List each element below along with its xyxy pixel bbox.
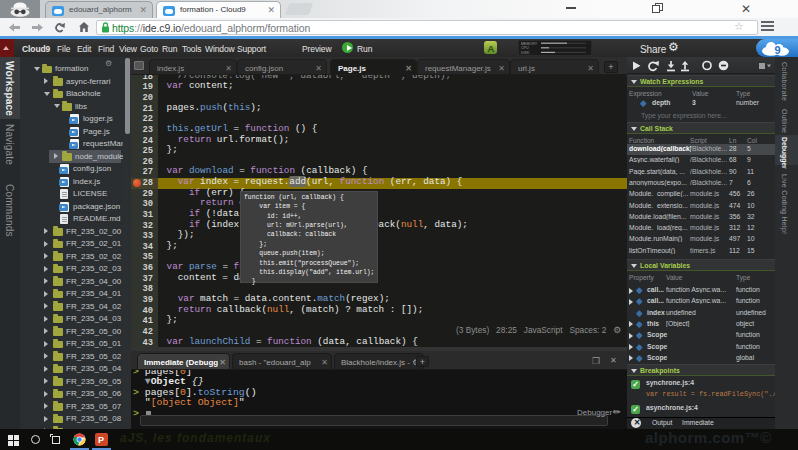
- svg-text:CPU: CPU: [521, 46, 529, 50]
- svg-text:9: 9: [775, 44, 781, 56]
- svg-text:DISK: DISK: [521, 51, 530, 55]
- svg-text:MEMORY: MEMORY: [521, 42, 538, 46]
